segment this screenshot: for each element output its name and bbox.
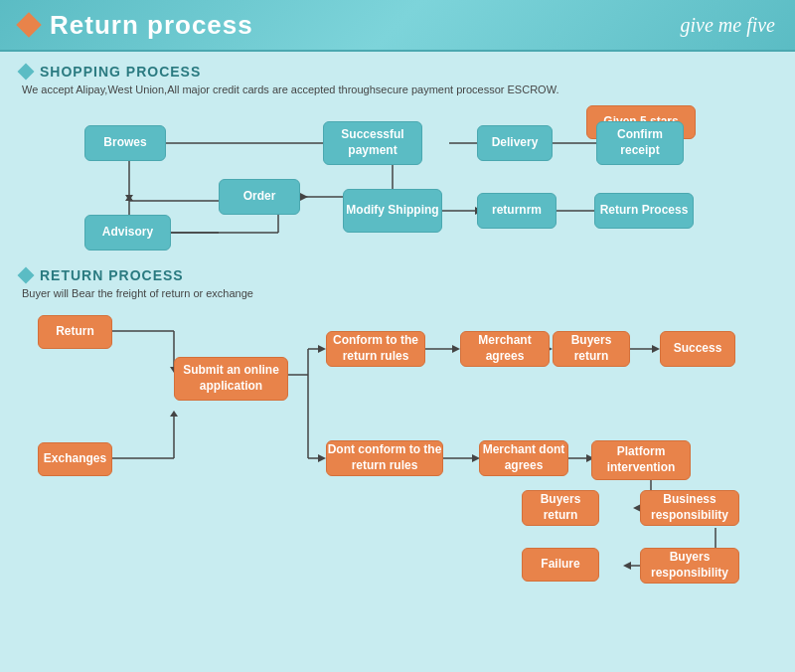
svg-marker-41 xyxy=(452,345,460,353)
shopping-section: SHOPPING PROCESS We accept Alipay,West U… xyxy=(20,64,775,259)
box-business-resp: Business responsibility xyxy=(640,490,739,526)
box-platform: Platform intervention xyxy=(591,440,691,480)
return-diamond xyxy=(18,267,35,284)
svg-marker-15 xyxy=(125,195,133,201)
box-advisory: Advisory xyxy=(84,215,171,251)
box-delivery: Delivery xyxy=(477,125,553,161)
box-confirm-receipt: Confirm receipt xyxy=(596,121,684,165)
brand-text: give me five xyxy=(681,14,776,37)
svg-marker-13 xyxy=(300,193,308,201)
box-failure: Failure xyxy=(522,548,599,582)
shopping-description: We accept Alipay,West Union,All major cr… xyxy=(22,84,775,95)
header: Return process give me five xyxy=(0,0,795,52)
box-submit-online: Submit an online application xyxy=(174,357,288,401)
box-merchant-dont: Merchant dont agrees xyxy=(479,440,568,476)
box-success: Success xyxy=(660,331,735,367)
box-modify-shipping: Modify Shipping xyxy=(343,189,442,233)
box-exchanges: Exchanges xyxy=(38,442,112,476)
box-merchant-agrees: Merchant agrees xyxy=(460,331,550,367)
svg-marker-37 xyxy=(318,345,326,353)
box-return: Return xyxy=(38,315,112,349)
svg-marker-39 xyxy=(318,454,326,462)
header-diamond xyxy=(16,12,41,37)
svg-marker-45 xyxy=(652,345,660,353)
box-successful-payment: Successful payment xyxy=(323,121,422,165)
svg-marker-33 xyxy=(170,411,178,417)
svg-marker-57 xyxy=(623,562,631,570)
header-title: Return process xyxy=(50,10,253,41)
box-buyers-resp: Buyers responsibility xyxy=(640,548,739,584)
return-section: RETURN PROCESS Buyer will Bear the freig… xyxy=(20,267,775,597)
box-buyers-return-2: Buyers return xyxy=(522,490,599,526)
svg-marker-10 xyxy=(125,195,133,201)
box-dont-conform: Dont conform to the return rules xyxy=(326,440,443,476)
return-title: RETURN PROCESS xyxy=(40,267,184,283)
box-order: Order xyxy=(219,179,300,215)
return-description: Buyer will Bear the freight of return or… xyxy=(22,287,775,299)
shopping-title: SHOPPING PROCESS xyxy=(40,64,201,80)
box-conform-rules: Conform to the return rules xyxy=(326,331,425,367)
box-returnrm: returnrm xyxy=(477,193,556,229)
box-return-process: Return Process xyxy=(594,193,694,229)
box-buyers-return-1: Buyers return xyxy=(553,331,630,367)
shopping-diamond xyxy=(18,64,35,81)
box-browes: Browes xyxy=(84,125,166,161)
